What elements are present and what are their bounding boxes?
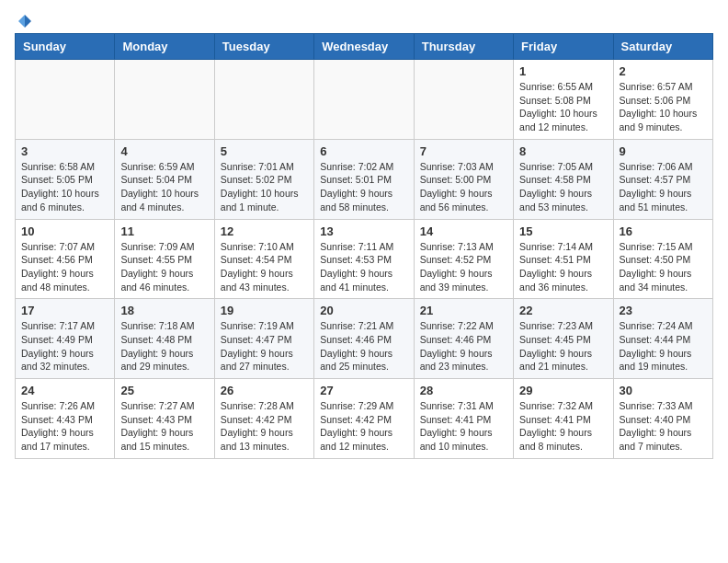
day-number: 16 xyxy=(620,224,707,238)
day-number: 2 xyxy=(620,64,707,78)
day-cell xyxy=(314,60,414,140)
weekday-header-wednesday: Wednesday xyxy=(314,34,414,60)
day-info: Sunrise: 7:19 AM Sunset: 4:47 PM Dayligh… xyxy=(221,319,308,373)
day-cell: 4Sunrise: 6:59 AM Sunset: 5:04 PM Daylig… xyxy=(115,139,214,219)
day-cell: 13Sunrise: 7:11 AM Sunset: 4:53 PM Dayli… xyxy=(314,219,414,299)
day-number: 10 xyxy=(21,224,108,238)
day-info: Sunrise: 7:07 AM Sunset: 4:56 PM Dayligh… xyxy=(21,240,108,294)
day-cell: 27Sunrise: 7:29 AM Sunset: 4:42 PM Dayli… xyxy=(314,379,414,459)
day-number: 7 xyxy=(420,144,507,158)
day-info: Sunrise: 7:06 AM Sunset: 4:57 PM Dayligh… xyxy=(620,160,707,214)
day-number: 29 xyxy=(519,384,607,397)
day-number: 6 xyxy=(320,144,407,158)
day-info: Sunrise: 7:10 AM Sunset: 4:54 PM Dayligh… xyxy=(221,240,308,294)
day-number: 28 xyxy=(420,384,507,397)
day-cell: 14Sunrise: 7:13 AM Sunset: 4:52 PM Dayli… xyxy=(414,219,513,299)
day-number: 3 xyxy=(21,144,108,158)
day-number: 17 xyxy=(21,304,108,317)
day-cell xyxy=(414,60,513,140)
day-info: Sunrise: 7:31 AM Sunset: 4:41 PM Dayligh… xyxy=(420,399,507,454)
calendar: SundayMondayTuesdayWednesdayThursdayFrid… xyxy=(15,33,713,459)
day-info: Sunrise: 6:57 AM Sunset: 5:06 PM Dayligh… xyxy=(620,80,707,134)
day-cell: 22Sunrise: 7:23 AM Sunset: 4:45 PM Dayli… xyxy=(514,299,613,379)
weekday-header-sunday: Sunday xyxy=(16,34,115,60)
weekday-header-row: SundayMondayTuesdayWednesdayThursdayFrid… xyxy=(16,34,713,60)
day-cell: 2Sunrise: 6:57 AM Sunset: 5:06 PM Daylig… xyxy=(613,60,712,140)
day-info: Sunrise: 7:33 AM Sunset: 4:40 PM Dayligh… xyxy=(620,399,707,454)
day-info: Sunrise: 7:29 AM Sunset: 4:42 PM Dayligh… xyxy=(320,399,407,454)
day-info: Sunrise: 7:26 AM Sunset: 4:43 PM Dayligh… xyxy=(21,399,108,454)
weekday-header-tuesday: Tuesday xyxy=(214,34,313,60)
day-number: 9 xyxy=(620,144,707,158)
day-cell: 12Sunrise: 7:10 AM Sunset: 4:54 PM Dayli… xyxy=(214,219,313,299)
day-cell xyxy=(214,60,313,140)
day-cell: 11Sunrise: 7:09 AM Sunset: 4:55 PM Dayli… xyxy=(115,219,214,299)
day-cell: 18Sunrise: 7:18 AM Sunset: 4:48 PM Dayli… xyxy=(115,299,214,379)
day-cell: 25Sunrise: 7:27 AM Sunset: 4:43 PM Dayli… xyxy=(115,379,214,459)
day-number: 1 xyxy=(519,64,607,78)
day-number: 13 xyxy=(320,224,407,238)
day-number: 25 xyxy=(120,384,208,397)
week-row-1: 1Sunrise: 6:55 AM Sunset: 5:08 PM Daylig… xyxy=(16,60,713,140)
day-info: Sunrise: 7:09 AM Sunset: 4:55 PM Dayligh… xyxy=(120,240,208,294)
day-cell: 29Sunrise: 7:32 AM Sunset: 4:41 PM Dayli… xyxy=(514,379,613,459)
week-row-4: 17Sunrise: 7:17 AM Sunset: 4:49 PM Dayli… xyxy=(16,299,713,379)
day-cell xyxy=(115,60,214,140)
day-number: 18 xyxy=(120,304,208,317)
day-info: Sunrise: 7:17 AM Sunset: 4:49 PM Dayligh… xyxy=(21,319,108,373)
svg-marker-0 xyxy=(25,15,31,28)
header xyxy=(15,15,713,26)
svg-marker-1 xyxy=(18,15,25,28)
day-cell: 26Sunrise: 7:28 AM Sunset: 4:42 PM Dayli… xyxy=(214,379,313,459)
day-info: Sunrise: 7:02 AM Sunset: 5:01 PM Dayligh… xyxy=(320,160,407,214)
logo-icon xyxy=(17,13,33,29)
day-cell: 7Sunrise: 7:03 AM Sunset: 5:00 PM Daylig… xyxy=(414,139,513,219)
day-info: Sunrise: 7:32 AM Sunset: 4:41 PM Dayligh… xyxy=(519,399,607,454)
day-cell xyxy=(16,60,115,140)
day-number: 8 xyxy=(519,144,607,158)
day-info: Sunrise: 7:23 AM Sunset: 4:45 PM Dayligh… xyxy=(519,319,607,373)
day-info: Sunrise: 6:55 AM Sunset: 5:08 PM Dayligh… xyxy=(519,80,607,134)
day-cell: 10Sunrise: 7:07 AM Sunset: 4:56 PM Dayli… xyxy=(16,219,115,299)
day-info: Sunrise: 7:21 AM Sunset: 4:46 PM Dayligh… xyxy=(320,319,407,373)
day-number: 5 xyxy=(221,144,308,158)
day-info: Sunrise: 6:58 AM Sunset: 5:05 PM Dayligh… xyxy=(21,160,108,214)
weekday-header-friday: Friday xyxy=(514,34,613,60)
day-info: Sunrise: 7:14 AM Sunset: 4:51 PM Dayligh… xyxy=(519,240,607,294)
day-cell: 16Sunrise: 7:15 AM Sunset: 4:50 PM Dayli… xyxy=(613,219,712,299)
day-cell: 6Sunrise: 7:02 AM Sunset: 5:01 PM Daylig… xyxy=(314,139,414,219)
day-info: Sunrise: 7:11 AM Sunset: 4:53 PM Dayligh… xyxy=(320,240,407,294)
day-number: 15 xyxy=(519,224,607,238)
day-info: Sunrise: 7:22 AM Sunset: 4:46 PM Dayligh… xyxy=(420,319,507,373)
day-number: 19 xyxy=(221,304,308,317)
weekday-header-saturday: Saturday xyxy=(613,34,712,60)
day-cell: 30Sunrise: 7:33 AM Sunset: 4:40 PM Dayli… xyxy=(613,379,712,459)
day-number: 11 xyxy=(120,224,208,238)
day-number: 21 xyxy=(420,304,507,317)
day-cell: 24Sunrise: 7:26 AM Sunset: 4:43 PM Dayli… xyxy=(16,379,115,459)
day-number: 24 xyxy=(21,384,108,397)
weekday-header-thursday: Thursday xyxy=(414,34,513,60)
day-info: Sunrise: 7:05 AM Sunset: 4:58 PM Dayligh… xyxy=(519,160,607,214)
day-number: 26 xyxy=(221,384,308,397)
day-cell: 8Sunrise: 7:05 AM Sunset: 4:58 PM Daylig… xyxy=(514,139,613,219)
day-cell: 5Sunrise: 7:01 AM Sunset: 5:02 PM Daylig… xyxy=(214,139,313,219)
day-info: Sunrise: 7:03 AM Sunset: 5:00 PM Dayligh… xyxy=(420,160,507,214)
week-row-2: 3Sunrise: 6:58 AM Sunset: 5:05 PM Daylig… xyxy=(16,139,713,219)
day-cell: 3Sunrise: 6:58 AM Sunset: 5:05 PM Daylig… xyxy=(16,139,115,219)
day-cell: 17Sunrise: 7:17 AM Sunset: 4:49 PM Dayli… xyxy=(16,299,115,379)
day-cell: 23Sunrise: 7:24 AM Sunset: 4:44 PM Dayli… xyxy=(613,299,712,379)
day-number: 22 xyxy=(519,304,607,317)
day-info: Sunrise: 7:01 AM Sunset: 5:02 PM Dayligh… xyxy=(221,160,308,214)
day-cell: 28Sunrise: 7:31 AM Sunset: 4:41 PM Dayli… xyxy=(414,379,513,459)
day-info: Sunrise: 7:27 AM Sunset: 4:43 PM Dayligh… xyxy=(120,399,208,454)
day-info: Sunrise: 7:18 AM Sunset: 4:48 PM Dayligh… xyxy=(120,319,208,373)
day-number: 27 xyxy=(320,384,407,397)
day-number: 4 xyxy=(120,144,208,158)
day-info: Sunrise: 7:15 AM Sunset: 4:50 PM Dayligh… xyxy=(620,240,707,294)
logo xyxy=(15,15,33,26)
day-number: 12 xyxy=(221,224,308,238)
day-cell: 20Sunrise: 7:21 AM Sunset: 4:46 PM Dayli… xyxy=(314,299,414,379)
day-cell: 9Sunrise: 7:06 AM Sunset: 4:57 PM Daylig… xyxy=(613,139,712,219)
weekday-header-monday: Monday xyxy=(115,34,214,60)
